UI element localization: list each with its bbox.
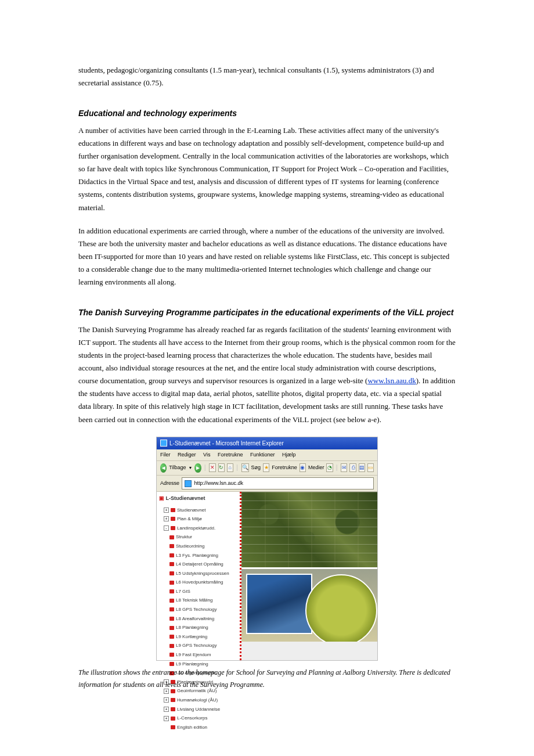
folder-icon [171,707,175,711]
lower-photo [241,567,377,642]
tree-label: L4 Detaljeret Opmåling [176,560,223,568]
nav-sidebar: ▣ L-Studienævnet +Studienævnet+Plan & Mi… [157,492,241,660]
tree-item[interactable]: -Landinspektørudd. [159,524,237,533]
menu-filer[interactable]: Filer [160,452,171,458]
tree-label: Studieordning [176,542,204,550]
tree-item[interactable]: L8 Arealforvaltning [159,614,237,624]
menu-funktioner[interactable]: Funktioner [250,452,275,458]
history-icon[interactable]: ◔ [326,463,333,472]
tree-label: L5 Udstykningsprocessen [176,570,229,578]
folder-icon [169,644,174,648]
browser-titlebar: L-Studienævnet - Microsoft Internet Expl… [157,437,377,449]
tree-label: L8 Arealforvaltning [176,615,214,623]
menu-hjaelp[interactable]: Hjælp [282,452,296,458]
tree-label: L8 Teknisk Måling [176,596,212,604]
tree-toggle-icon[interactable]: + [164,507,169,513]
tree-item[interactable]: L4 Detaljeret Opmåling [159,560,237,569]
folder-icon [169,589,174,593]
tree-item[interactable]: L7 GIS [159,587,237,596]
tree-item[interactable]: L8 GPS Technology [159,605,237,614]
address-value: http://www.lsn.auc.dk [194,480,244,486]
menu-foretrukne[interactable]: Foretrukne [218,452,243,458]
tree-label: L9 Kortlægning [176,633,207,641]
figure-caption: The illustration shows the entrance to t… [78,667,456,690]
refresh-icon[interactable]: ↻ [218,463,225,472]
tree-item[interactable]: +Humanøkologi (ÅU) [159,696,237,705]
surveyor-figure [311,581,342,627]
tree-label: Landinspektørudd. [177,524,215,532]
paragraph-surveying: The Danish Surveying Programme has alrea… [78,323,456,426]
main-image-area [241,492,377,660]
favorites-icon[interactable]: ★ [263,463,269,472]
tree-label: L3 Fys. Planlægning [176,552,218,560]
tree-item[interactable]: +Livslang Uddannelse [159,705,237,714]
folder-icon [169,635,174,639]
folder-icon [169,662,174,666]
tree-item[interactable]: L8 Planlægning [159,623,237,632]
media-label: Medier [308,463,324,472]
browser-screenshot: L-Studienævnet - Microsoft Internet Expl… [156,437,378,661]
folder-icon [169,653,174,657]
tree-label: Struktur [176,533,192,541]
tree-toggle-icon[interactable]: + [164,707,169,712]
ie-icon [160,440,167,447]
tree-item[interactable]: Studieordning [159,542,237,551]
mail-icon[interactable]: ✉ [341,463,347,472]
tree-item[interactable]: L3 Fys. Planlægning [159,551,237,560]
folder-icon [169,544,174,548]
back-button-icon[interactable]: ◄ [160,463,167,473]
folder-icon [169,599,174,603]
folder-icon [171,508,175,512]
folder-icon [171,698,175,702]
tree-item[interactable]: +L-Censorkorps [159,714,237,723]
forward-button-icon[interactable]: ► [194,463,201,473]
folder-icon [169,607,174,611]
home-icon[interactable]: ⌂ [227,463,233,472]
folder-icon [171,526,175,530]
tree-label: L6 Hovedpunktsmåling [176,578,223,586]
browser-menubar: Filer Rediger Vis Foretrukne Funktioner … [157,449,377,461]
browser-toolbar: ◄ Tilbage ▼ ► │ ✕ ↻ ⌂ │ 🔍 Søg ★ Foretruk… [157,461,377,476]
tree-item[interactable]: L9 GPS Technology [159,641,237,650]
folder-icon [169,617,174,621]
paragraph-activities: A number of activities have been carried… [78,124,456,214]
tree-label: L9 Fast Ejendom [176,651,211,659]
address-input[interactable]: http://www.lsn.auc.dk [182,477,374,489]
media-icon[interactable]: ◉ [300,463,306,472]
address-bar: Adresse http://www.lsn.auc.dk [157,476,377,492]
window-title: L-Studienævnet - Microsoft Internet Expl… [169,438,284,448]
tree-item[interactable]: +Plan & Miljø [159,514,237,524]
tree-label: Studienævnet [177,506,205,514]
tree-toggle-icon[interactable]: + [164,516,169,521]
tree-item[interactable]: L9 Fast Ejendom [159,650,237,660]
folder-icon [169,571,174,575]
edit-icon[interactable]: ▤ [359,463,365,472]
tree-item[interactable]: L5 Udstykningsprocessen [159,569,237,578]
tree-label: Humanøkologi (ÅU) [177,696,218,704]
tree-label: L9 GPS Technology [176,642,217,650]
stop-icon[interactable]: ✕ [209,463,215,472]
back-label: Tilbage [169,463,186,472]
menu-vis[interactable]: Vis [203,452,210,458]
menu-rediger[interactable]: Rediger [178,452,196,458]
tree-item[interactable]: Struktur [159,532,237,542]
tree-toggle-icon[interactable]: + [164,716,169,721]
discuss-icon[interactable]: ▭ [367,463,374,472]
tree-item[interactable]: L8 Teknisk Måling [159,596,237,605]
search-icon[interactable]: 🔍 [241,463,249,472]
tree-toggle-icon[interactable]: + [164,697,169,703]
tree-item[interactable]: L6 Hovedpunktsmåling [159,578,237,587]
tree-toggle-icon[interactable]: - [164,525,169,531]
folder-icon [169,626,174,630]
aerial-photo [241,492,377,567]
folder-icon [169,581,174,585]
link-lsn[interactable]: www.lsn.aau.dk [367,376,416,385]
folder-icon [169,553,174,557]
tree-item[interactable]: +Studienævnet [159,506,237,515]
folder-icon [171,517,175,521]
tree-item[interactable]: English edition [159,723,237,732]
print-icon[interactable]: ⎙ [349,463,356,472]
tree-item[interactable]: L9 Kortlægning [159,632,237,642]
tree-label: Plan & Miljø [177,515,202,523]
heading-educational-tech: Educational and technology experiments [78,107,456,121]
